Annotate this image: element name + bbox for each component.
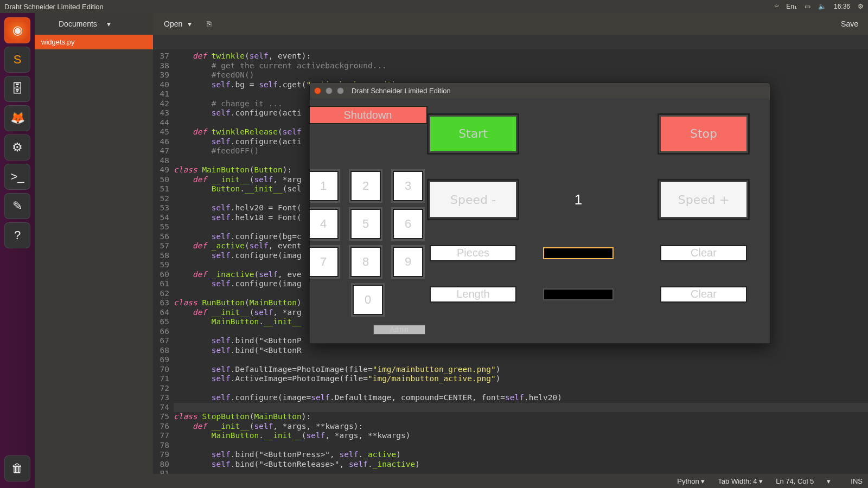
launcher-gedit[interactable]: ✎ <box>4 193 30 219</box>
line-gutter: 37 38 39 40 41 42 43 44 45 46 47 48 49 5… <box>153 49 174 474</box>
battery-icon[interactable]: ▭ <box>805 3 810 10</box>
numeric-keypad: 1 2 3 4 5 6 7 8 9 0 <box>309 171 427 315</box>
stop-button[interactable]: Stop <box>658 113 750 155</box>
start-button[interactable]: Start <box>427 113 519 155</box>
system-tray: ⌔ En₁ ▭ 🔈 16:36 ⚙ <box>775 3 864 10</box>
file-tab-widgets[interactable]: widgets.py <box>35 35 153 49</box>
key-8[interactable]: 8 <box>350 247 381 277</box>
open-button[interactable]: Open ▾ <box>157 20 198 28</box>
gedit-sidebar: Documents ▾ widgets.py <box>35 13 153 49</box>
key-6[interactable]: 6 <box>393 209 423 239</box>
window-title: Draht Schneider Limited Edition <box>4 3 104 11</box>
launcher-terminal[interactable]: >_ <box>4 164 30 190</box>
launcher-sublime[interactable]: S <box>4 47 30 73</box>
key-3[interactable]: 3 <box>393 171 423 201</box>
chevron-down-icon: ▾ <box>107 20 111 28</box>
admin-button[interactable]: Admin <box>373 325 425 335</box>
wifi-icon[interactable]: ⌔ <box>775 3 778 10</box>
status-tab-width[interactable]: Tab Width: 4 ▾ <box>718 477 763 485</box>
key-7[interactable]: 7 <box>309 247 339 277</box>
documents-dropdown[interactable]: Documents ▾ <box>35 13 153 35</box>
clear-length-button[interactable]: Clear <box>660 286 747 303</box>
length-button[interactable]: Length <box>430 286 516 303</box>
new-tab-icon[interactable]: ⎘ <box>207 20 211 28</box>
key-9[interactable]: 9 <box>393 247 423 277</box>
minimize-icon[interactable] <box>326 87 333 94</box>
key-1[interactable]: 1 <box>309 171 339 201</box>
documents-label: Documents <box>59 20 97 28</box>
save-button[interactable]: Save <box>841 20 864 28</box>
open-label: Open <box>164 20 182 28</box>
key-5[interactable]: 5 <box>350 209 381 239</box>
pieces-input[interactable] <box>543 247 614 259</box>
draht-schneider-window: Draht Schneider Limited Edition Start St… <box>309 82 770 344</box>
key-0[interactable]: 0 <box>353 285 383 315</box>
shutdown-button[interactable]: Shutdown <box>309 106 427 124</box>
launcher-help[interactable]: ? <box>4 222 30 248</box>
gedit-toolbar: Open ▾ ⎘ Save <box>153 13 868 35</box>
sidebar-body <box>35 49 153 474</box>
length-input[interactable] <box>543 288 614 300</box>
key-4[interactable]: 4 <box>309 209 339 239</box>
app-titlebar[interactable]: Draht Schneider Limited Edition <box>310 83 770 98</box>
launcher-trash[interactable]: 🗑 <box>4 455 30 481</box>
launcher-firefox[interactable]: 🦊 <box>4 105 30 131</box>
status-language[interactable]: Python ▾ <box>677 477 705 485</box>
unity-top-bar: Draht Schneider Limited Edition ⌔ En₁ ▭ … <box>0 0 868 13</box>
gear-icon[interactable]: ⚙ <box>858 3 864 10</box>
gedit-status-bar: Python ▾ Tab Width: 4 ▾ Ln 74, Col 5 ▾ I… <box>35 474 868 488</box>
speed-value: 1 <box>575 191 582 208</box>
status-mode: INS <box>851 477 863 485</box>
launcher-files[interactable]: 🗄 <box>4 76 30 102</box>
key-2[interactable]: 2 <box>350 171 381 201</box>
speed-minus-button[interactable]: Speed - <box>427 179 519 220</box>
launcher-settings[interactable]: ⚙ <box>4 134 30 160</box>
app-title: Draht Schneider Limited Edition <box>352 87 451 95</box>
launcher-dash[interactable]: ◉ <box>4 17 30 43</box>
language-indicator[interactable]: En₁ <box>786 3 797 10</box>
clock: 16:36 <box>834 3 850 10</box>
speed-plus-button[interactable]: Speed + <box>658 179 750 220</box>
volume-icon[interactable]: 🔈 <box>818 3 826 10</box>
maximize-icon[interactable] <box>337 87 344 94</box>
status-position: Ln 74, Col 5 <box>776 477 814 485</box>
clear-pieces-button[interactable]: Clear <box>660 245 747 261</box>
close-icon[interactable] <box>314 87 321 94</box>
chevron-down-icon: ▾ <box>188 20 192 28</box>
pieces-button[interactable]: Pieces <box>430 245 516 261</box>
unity-launcher: ◉ S 🗄 🦊 ⚙ >_ ✎ ? 🗑 <box>0 13 35 488</box>
